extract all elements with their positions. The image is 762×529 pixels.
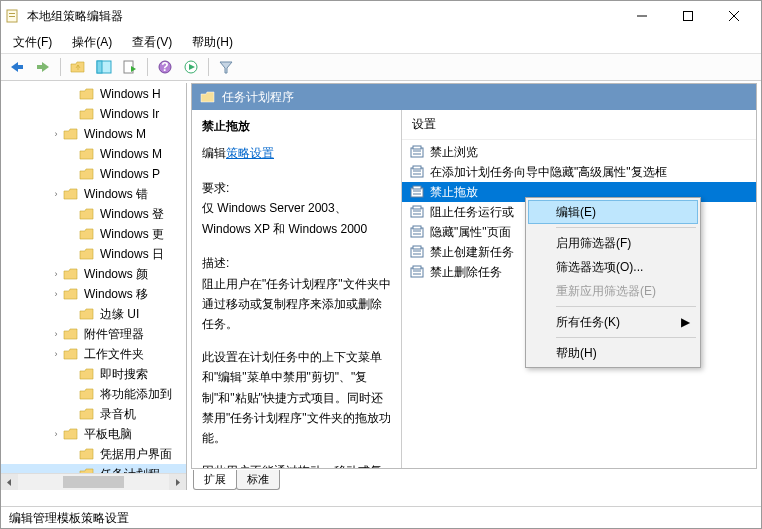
toolbar-separator	[60, 58, 61, 76]
ctx-all-tasks-label: 所有任务(K)	[556, 314, 620, 331]
svg-rect-7	[17, 65, 23, 69]
toolbar: ?	[1, 53, 761, 81]
ctx-all-tasks[interactable]: 所有任务(K) ▶	[528, 310, 698, 334]
tree-item[interactable]: Windows Ir	[1, 104, 186, 124]
ctx-filter-options[interactable]: 筛选器选项(O)...	[528, 255, 698, 279]
settings-item[interactable]: 禁止浏览	[402, 142, 756, 162]
policy-title: 禁止拖放	[202, 118, 391, 135]
tree-expander[interactable]: ›	[49, 289, 63, 299]
svg-rect-1	[9, 13, 15, 14]
tree-item[interactable]: ›平板电脑	[1, 424, 186, 444]
svg-rect-38	[413, 246, 421, 249]
status-text: 编辑管理模板策略设置	[9, 511, 129, 525]
tree-item[interactable]: Windows 登	[1, 204, 186, 224]
up-one-level-button[interactable]	[66, 56, 90, 78]
maximize-button[interactable]	[665, 1, 711, 31]
svg-rect-8	[37, 65, 43, 69]
tree-item[interactable]: 将功能添加到	[1, 384, 186, 404]
tree-item[interactable]: Windows 日	[1, 244, 186, 264]
scroll-right-button[interactable]	[169, 474, 186, 490]
scrollbar-thumb[interactable]	[63, 476, 123, 488]
tree-item-label: 任务计划程	[98, 465, 162, 474]
close-button[interactable]	[711, 1, 757, 31]
tree-item[interactable]: ›Windows M	[1, 124, 186, 144]
window-title: 本地组策略编辑器	[27, 8, 619, 25]
tree-item[interactable]: ›Windows 颜	[1, 264, 186, 284]
toolbar-separator	[208, 58, 209, 76]
tree-item[interactable]: 即时搜索	[1, 364, 186, 384]
show-hide-console-tree-button[interactable]	[92, 56, 116, 78]
tree-expander[interactable]: ›	[49, 329, 63, 339]
menu-file[interactable]: 文件(F)	[3, 32, 62, 53]
ctx-enable-filter[interactable]: 启用筛选器(F)	[528, 231, 698, 255]
context-separator	[556, 337, 696, 338]
tab-extended[interactable]: 扩展	[193, 470, 237, 490]
minimize-button[interactable]	[619, 1, 665, 31]
tree-item[interactable]: 边缘 UI	[1, 304, 186, 324]
requirements-label: 要求:	[202, 178, 391, 198]
svg-rect-42	[413, 266, 421, 269]
tree-item[interactable]: ›Windows 移	[1, 284, 186, 304]
tree-item-label: Windows Ir	[98, 106, 161, 122]
tree-item-label: Windows 登	[98, 205, 166, 224]
tree-item[interactable]: Windows M	[1, 144, 186, 164]
tree-item[interactable]: ›工作文件夹	[1, 344, 186, 364]
tree-scroll[interactable]: Windows HWindows Ir›Windows MWindows MWi…	[1, 83, 186, 473]
tree-expander[interactable]: ›	[49, 189, 63, 199]
app-icon	[5, 8, 21, 24]
navigation-tree-pane: Windows HWindows Ir›Windows MWindows MWi…	[1, 83, 187, 490]
tree-expander[interactable]: ›	[49, 269, 63, 279]
filter-button[interactable]	[214, 56, 238, 78]
tree-item[interactable]: ›附件管理器	[1, 324, 186, 344]
tree-expander[interactable]: ›	[49, 349, 63, 359]
context-separator	[556, 227, 696, 228]
forward-button[interactable]	[31, 56, 55, 78]
export-list-button[interactable]	[118, 56, 142, 78]
ctx-edit[interactable]: 编辑(E)	[528, 200, 698, 224]
tree-item-label: 将功能添加到	[98, 385, 174, 404]
ctx-help[interactable]: 帮助(H)	[528, 341, 698, 365]
tree-item[interactable]: Windows H	[1, 84, 186, 104]
svg-rect-22	[413, 166, 421, 169]
description-pane: 禁止拖放 编辑策略设置 要求: 仅 Windows Server 2003、Wi…	[192, 110, 402, 468]
tree-item-label: Windows 错	[82, 185, 150, 204]
description-text-1: 阻止用户在"任务计划程序"文件夹中通过移动或复制程序来添加或删除任务。	[202, 274, 391, 335]
tab-standard[interactable]: 标准	[236, 470, 280, 490]
svg-rect-4	[684, 12, 693, 21]
menu-help[interactable]: 帮助(H)	[182, 32, 243, 53]
tree-item-label: 平板电脑	[82, 425, 134, 444]
edit-policy-link[interactable]: 策略设置	[226, 146, 274, 160]
tree-item[interactable]: 录音机	[1, 404, 186, 424]
chevron-right-icon: ▶	[681, 315, 690, 329]
back-button[interactable]	[5, 56, 29, 78]
menubar: 文件(F) 操作(A) 查看(V) 帮助(H)	[1, 31, 761, 53]
menu-action[interactable]: 操作(A)	[62, 32, 122, 53]
menu-view[interactable]: 查看(V)	[122, 32, 182, 53]
tree-item[interactable]: Windows 更	[1, 224, 186, 244]
settings-item-label: 在添加计划任务向导中隐藏"高级属性"复选框	[430, 164, 667, 181]
tree-item-label: 工作文件夹	[82, 345, 146, 364]
tree-item[interactable]: Windows P	[1, 164, 186, 184]
details-header-title: 任务计划程序	[222, 89, 294, 106]
settings-column-header[interactable]: 设置	[402, 110, 756, 140]
tree-item-label: Windows 移	[82, 285, 150, 304]
tree-expander[interactable]: ›	[49, 129, 63, 139]
settings-item-label: 禁止拖放	[430, 184, 478, 201]
ctx-reapply-filter: 重新应用筛选器(E)	[528, 279, 698, 303]
svg-rect-30	[413, 206, 421, 209]
help-button[interactable]: ?	[153, 56, 177, 78]
detail-tabs: 扩展 标准	[193, 469, 279, 490]
tree-expander[interactable]: ›	[49, 429, 63, 439]
toolbar-separator	[147, 58, 148, 76]
horizontal-scrollbar[interactable]	[1, 473, 186, 490]
settings-item[interactable]: 在添加计划任务向导中隐藏"高级属性"复选框	[402, 162, 756, 182]
tree-item[interactable]: 任务计划程	[1, 464, 186, 473]
tree-item-label: 录音机	[98, 405, 138, 424]
toolbar-play-button[interactable]	[179, 56, 203, 78]
tree-item[interactable]: 凭据用户界面	[1, 444, 186, 464]
scroll-left-button[interactable]	[1, 474, 18, 490]
tree-item-label: 凭据用户界面	[98, 445, 174, 464]
svg-rect-26	[413, 186, 421, 189]
tree-item[interactable]: ›Windows 错	[1, 184, 186, 204]
tree-item-label: 即时搜索	[98, 365, 150, 384]
